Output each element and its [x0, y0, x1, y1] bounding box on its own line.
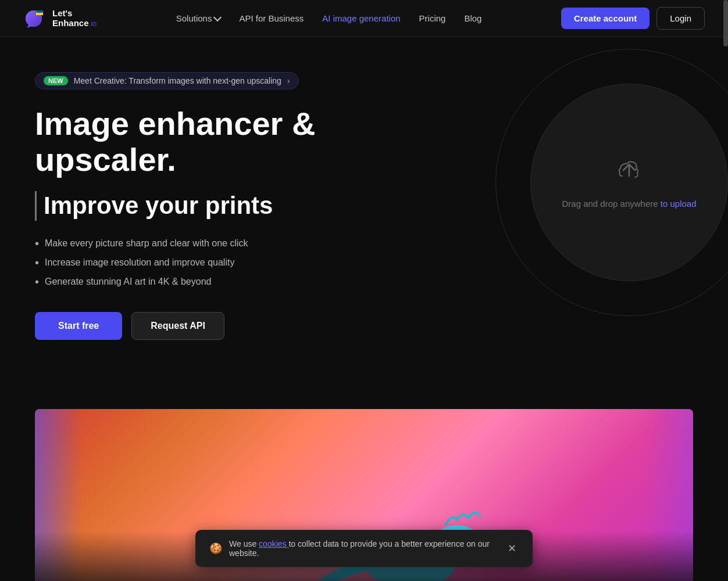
- logo-line1: Let's: [52, 9, 97, 19]
- upload-text: Drag and drop anywhere to upload: [562, 199, 696, 209]
- hero-bullet-list: Make every picture sharp and clear with …: [35, 237, 407, 289]
- nav-link-ai-image[interactable]: AI image generation: [322, 13, 400, 23]
- hero-content: NEW Meet Creative: Transform images with…: [35, 72, 407, 340]
- nav-link-api[interactable]: API for Business: [239, 13, 304, 23]
- nav-item-solutions[interactable]: Solutions: [176, 13, 221, 23]
- scrollbar-thumb: [723, 0, 728, 46]
- cookie-banner: 🍪 We use cookies to collect data to prov…: [195, 530, 533, 567]
- request-api-button[interactable]: Request API: [131, 312, 224, 340]
- nav-item-pricing[interactable]: Pricing: [419, 13, 446, 23]
- chevron-down-icon: [213, 13, 222, 21]
- hero-buttons: Start free Request API: [35, 312, 407, 340]
- arrow-right-icon: ›: [287, 76, 290, 85]
- new-banner-text: Meet Creative: Transform images with nex…: [74, 76, 281, 85]
- nav-link-blog[interactable]: Blog: [464, 13, 481, 23]
- nav-actions: Create account Login: [561, 7, 705, 30]
- logo-text: Let's Enhance.io: [52, 9, 97, 28]
- svg-rect-4: [36, 13, 43, 15]
- nav-link-pricing[interactable]: Pricing: [419, 13, 446, 23]
- logo-link[interactable]: Let's Enhance.io: [23, 7, 97, 30]
- hero-bullet-2: Increase image resolution and improve qu…: [35, 256, 407, 270]
- hero-section: Drag and drop anywhere to upload NEW Mee…: [0, 37, 728, 409]
- login-button[interactable]: Login: [656, 7, 705, 30]
- new-banner[interactable]: NEW Meet Creative: Transform images with…: [35, 72, 299, 89]
- navbar: Let's Enhance.io Solutions API for Busin…: [0, 0, 728, 37]
- cookie-text: We use cookies to collect data to provid…: [229, 539, 498, 558]
- cookies-link[interactable]: cookies: [259, 539, 288, 548]
- logo-icon: [23, 7, 47, 30]
- cookie-emoji-icon: 🍪: [209, 542, 222, 555]
- hero-bullet-1: Make every picture sharp and clear with …: [35, 237, 407, 250]
- background-decoration: Drag and drop anywhere to upload: [437, 37, 728, 386]
- hero-heading-1: Image enhancer & upscaler.: [35, 106, 407, 177]
- nav-item-blog[interactable]: Blog: [464, 13, 481, 23]
- hero-heading-2: Improve your prints: [35, 191, 407, 220]
- upload-link[interactable]: to upload: [661, 199, 697, 209]
- upload-area[interactable]: Drag and drop anywhere to upload: [530, 84, 728, 281]
- nav-item-api[interactable]: API for Business: [239, 13, 304, 23]
- new-badge: NEW: [44, 76, 68, 85]
- logo-line2: Enhance.io: [52, 19, 97, 28]
- create-account-button[interactable]: Create account: [561, 8, 650, 29]
- upload-cloud-icon: [615, 156, 643, 189]
- cookie-close-button[interactable]: ✕: [505, 540, 519, 557]
- hero-bullet-3: Generate stunning AI art in 4K & beyond: [35, 275, 407, 289]
- svg-rect-3: [36, 10, 43, 13]
- nav-links: Solutions API for Business AI image gene…: [176, 13, 482, 23]
- nav-item-ai-image[interactable]: AI image generation: [322, 13, 400, 23]
- nav-link-solutions[interactable]: Solutions: [176, 13, 221, 23]
- circle-outer: [495, 49, 728, 316]
- start-free-button[interactable]: Start free: [35, 312, 122, 340]
